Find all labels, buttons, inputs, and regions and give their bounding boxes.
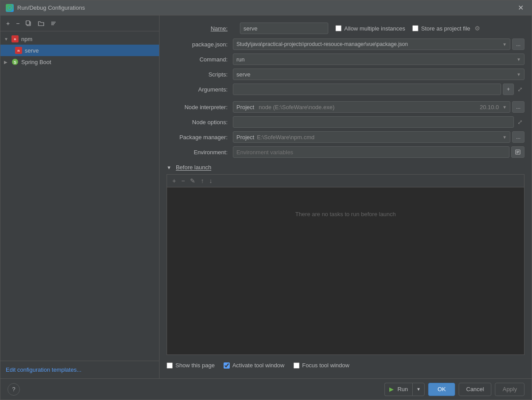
package-json-dropdown-arrow: ▼: [502, 42, 507, 47]
launch-add-button[interactable]: +: [171, 176, 178, 185]
before-launch-toolbar: + − ✎ ↑ ↓: [167, 175, 524, 187]
arguments-label: Arguments:: [167, 86, 233, 93]
main-content: + −: [0, 15, 532, 378]
package-json-label: package.json:: [167, 41, 233, 48]
environment-input[interactable]: [233, 146, 509, 158]
arguments-expand-button[interactable]: ⤢: [516, 84, 524, 95]
scripts-label: Scripts:: [167, 71, 233, 78]
apply-button[interactable]: Apply: [495, 383, 524, 396]
package-json-input-group: Study\java\practical-projects\product-re…: [233, 38, 524, 50]
run-button[interactable]: ▶ Run: [384, 383, 412, 396]
focus-tool-window-item: Focus tool window: [293, 362, 350, 369]
before-launch-label: Before launch: [176, 164, 211, 171]
store-as-project-group: Store as project file ⚙: [412, 25, 480, 32]
npm-icon: n: [11, 35, 19, 43]
package-json-row: package.json: Study\java\practical-proje…: [167, 38, 524, 50]
launch-up-button[interactable]: ↑: [199, 176, 205, 185]
activate-tool-window-label[interactable]: Activate tool window: [232, 362, 285, 369]
cancel-button[interactable]: Cancel: [459, 383, 491, 396]
command-dropdown[interactable]: run ▼: [233, 53, 524, 65]
svg-rect-3: [26, 21, 30, 25]
package-manager-path: E:\SofeWare\npm.cmd: [257, 134, 314, 141]
svg-text:S: S: [14, 60, 16, 65]
name-row: Name: Allow multiple instances Store as …: [167, 23, 524, 34]
arguments-input[interactable]: [233, 84, 501, 95]
node-interpreter-dropdown[interactable]: Project node (E:\SofeWare\node.exe) 20.1…: [233, 101, 510, 113]
show-this-page-item: Show this page: [167, 362, 215, 369]
add-config-button[interactable]: +: [4, 19, 12, 28]
name-label: Name:: [167, 25, 233, 32]
dialog-icon: [6, 4, 14, 12]
focus-tool-window-checkbox[interactable]: [293, 362, 300, 369]
scripts-dropdown[interactable]: serve ▼: [233, 69, 524, 80]
node-options-group: ⤢: [233, 116, 524, 128]
node-interpreter-row: Node interpreter: Project node (E:\SofeW…: [167, 101, 524, 113]
node-options-label: Node options:: [167, 119, 233, 126]
node-options-row: Node options: ⤢: [167, 116, 524, 128]
package-manager-label: Package manager:: [167, 134, 233, 141]
store-as-project-label[interactable]: Store as project file: [421, 25, 470, 32]
package-json-browse-button[interactable]: ...: [512, 38, 524, 50]
npm-group-label: npm: [21, 36, 32, 42]
serve-config-item[interactable]: n serve: [0, 45, 159, 56]
store-as-project-checkbox[interactable]: [412, 25, 418, 31]
springboot-group-header[interactable]: ▶ S Spring Boot: [0, 56, 159, 68]
node-options-expand-button[interactable]: ⤢: [516, 116, 524, 128]
environment-edit-button[interactable]: [511, 146, 524, 158]
arguments-input-group: + ⤢: [233, 84, 524, 95]
name-input[interactable]: [240, 23, 328, 34]
node-interpreter-label: Node interpreter:: [167, 104, 233, 110]
scripts-dropdown-arrow: ▼: [517, 72, 521, 77]
folder-config-button[interactable]: [36, 19, 46, 28]
arguments-row: Arguments: + ⤢: [167, 84, 524, 95]
launch-remove-button[interactable]: −: [179, 176, 186, 185]
allow-multiple-checkbox[interactable]: [335, 25, 342, 31]
run-button-group: ▶ Run ▼: [384, 383, 425, 396]
remove-config-button[interactable]: −: [14, 19, 22, 28]
copy-config-button[interactable]: [23, 19, 34, 28]
springboot-icon: S: [11, 58, 19, 66]
show-this-page-label[interactable]: Show this page: [175, 362, 215, 369]
bottom-checkboxes: Show this page Activate tool window Focu…: [167, 359, 524, 371]
title-bar: Run/Debug Configurations ✕: [0, 0, 532, 15]
activate-tool-window-checkbox[interactable]: [224, 362, 230, 369]
package-manager-dropdown[interactable]: Project E:\SofeWare\npm.cmd ▼: [233, 131, 510, 143]
activate-tool-window-item: Activate tool window: [224, 362, 285, 369]
package-json-path-display: Study\java\practical-projects\product-re…: [233, 38, 510, 50]
node-options-input[interactable]: [233, 116, 514, 128]
allow-multiple-label[interactable]: Allow multiple instances: [344, 25, 405, 32]
command-row: Command: run ▼: [167, 53, 524, 65]
scripts-row: Scripts: serve ▼: [167, 69, 524, 80]
before-launch-arrow: ▼: [167, 165, 171, 170]
show-this-page-checkbox[interactable]: [167, 362, 173, 369]
environment-label: Environment:: [167, 149, 233, 156]
help-button[interactable]: ?: [8, 383, 20, 396]
sort-config-button[interactable]: [48, 19, 59, 28]
edit-templates-link[interactable]: Edit configuration templates...: [6, 366, 81, 373]
before-launch-area: + − ✎ ↑ ↓ There are no tasks to run befo…: [167, 174, 524, 355]
right-panel: Name: Allow multiple instances Store as …: [160, 15, 532, 378]
focus-tool-window-label[interactable]: Focus tool window: [302, 362, 350, 369]
springboot-group-label: Spring Boot: [21, 59, 51, 65]
environment-group: [233, 146, 524, 158]
node-interpreter-browse-button[interactable]: ...: [512, 101, 524, 113]
package-manager-browse-button[interactable]: ...: [512, 131, 524, 143]
launch-down-button[interactable]: ↓: [207, 176, 214, 185]
arguments-add-button[interactable]: +: [503, 84, 514, 95]
close-button[interactable]: ✕: [515, 3, 526, 13]
sidebar: + −: [0, 15, 160, 378]
command-label: Command:: [167, 56, 233, 63]
npm-group-header[interactable]: ▼ n npm: [0, 33, 159, 45]
run-dropdown-button[interactable]: ▼: [412, 383, 425, 396]
run-play-icon: ▶: [389, 386, 394, 392]
run-debug-dialog: Run/Debug Configurations ✕ + −: [0, 0, 532, 400]
package-manager-row: Package manager: Project E:\SofeWare\npm…: [167, 131, 524, 143]
springboot-group: ▶ S Spring Boot: [0, 56, 159, 68]
gear-icon[interactable]: ⚙: [475, 25, 480, 32]
npm-group: ▼ n npm n serve: [0, 33, 159, 56]
dialog-title: Run/Debug Configurations: [17, 4, 515, 11]
launch-edit-button[interactable]: ✎: [188, 176, 197, 185]
sidebar-toolbar: + −: [0, 15, 159, 31]
before-launch-header[interactable]: ▼ Before launch: [167, 164, 524, 171]
ok-button[interactable]: OK: [428, 383, 455, 396]
